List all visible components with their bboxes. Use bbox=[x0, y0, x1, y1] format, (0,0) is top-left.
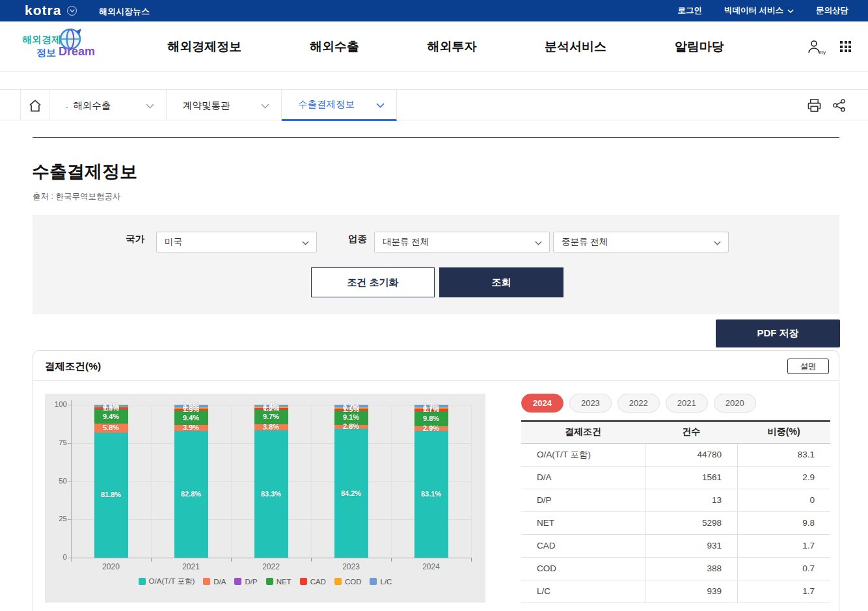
legend-swatch bbox=[266, 578, 273, 585]
bar-value-label: 1.1% bbox=[94, 401, 128, 410]
table-cell: L/C bbox=[521, 580, 645, 603]
bar-value-label: 1.6% bbox=[174, 401, 208, 410]
table-cell: COD bbox=[521, 557, 645, 580]
table-row: NET52989.8 bbox=[521, 511, 830, 534]
page-title: 수출결제정보 bbox=[32, 160, 137, 183]
year-tabs: 20242023202220212020 bbox=[521, 394, 756, 413]
country-label: 국가 bbox=[126, 233, 144, 245]
bar-value-label: 83.3% bbox=[254, 490, 288, 498]
bar-value-label: 83.1% bbox=[414, 490, 448, 498]
print-icon[interactable] bbox=[807, 99, 821, 112]
table-cell: 0.7 bbox=[738, 557, 831, 580]
my-page-icon[interactable]: my bbox=[807, 40, 824, 54]
nav-item-3[interactable]: 해외투자 bbox=[427, 38, 476, 55]
bigdata-service-link[interactable]: 빅데이터 서비스 bbox=[724, 5, 794, 16]
industry-mid-select[interactable]: 중분류 전체 bbox=[553, 232, 729, 252]
chevron-down-icon bbox=[302, 238, 309, 247]
nav-item-4[interactable]: 분석서비스 bbox=[545, 38, 606, 55]
bar-value-label: 81.8% bbox=[94, 491, 128, 499]
breadcrumb-item-2[interactable]: 계약및통관 bbox=[167, 90, 282, 121]
table-header-1: 결제조건 bbox=[521, 421, 645, 443]
bar-value-label: 9.4% bbox=[94, 413, 128, 421]
bar-value-label: 2.9% bbox=[414, 424, 448, 433]
pdf-save-button[interactable]: PDF 저장 bbox=[716, 319, 840, 347]
chart-legend: O/A(T/T 포함)D/AD/PNETCADCODL/C bbox=[45, 577, 485, 586]
card-title: 결제조건(%) bbox=[45, 360, 101, 373]
table-row: L/C9391.7 bbox=[521, 580, 830, 603]
chart-bar-2024: 83.1%2.9%9.8%1.7%0.7%1.7% bbox=[414, 405, 448, 558]
bar-value-label: 5.8% bbox=[94, 424, 128, 432]
bar-value-label: 2.8% bbox=[334, 422, 368, 431]
y-axis-label: 75 bbox=[46, 439, 67, 446]
kotra-chevron-circle-icon[interactable] bbox=[67, 6, 77, 16]
nav-item-5[interactable]: 알림마당 bbox=[675, 38, 724, 55]
breadcrumb: .해외수출계약및통관수출결제정보 bbox=[20, 90, 397, 121]
reset-conditions-button[interactable]: 조건 초기화 bbox=[311, 267, 435, 297]
industry-major-value: 대분류 전체 bbox=[383, 236, 429, 248]
home-icon[interactable] bbox=[21, 90, 49, 121]
topbar-links: 로그인 빅데이터 서비스 문의상담 bbox=[678, 0, 848, 21]
chevron-down-icon bbox=[146, 100, 154, 111]
bar-value-label: 9.1% bbox=[334, 413, 368, 422]
kotra-logo[interactable]: kotra bbox=[25, 3, 61, 18]
breadcrumb-item-1[interactable]: .해외수출 bbox=[49, 90, 167, 121]
table-cell: D/P bbox=[521, 489, 645, 511]
table-header-3: 비중(%) bbox=[738, 421, 831, 443]
logo-text-line2: 정보 bbox=[36, 47, 56, 59]
nav-utility-icons: my bbox=[807, 21, 851, 72]
bar-value-label: 9.8% bbox=[414, 414, 448, 423]
overseas-market-news-link[interactable]: 해외시장뉴스 bbox=[99, 6, 150, 18]
legend-swatch bbox=[334, 578, 342, 585]
table-cell: 83.1 bbox=[738, 443, 831, 466]
breadcrumb-bar: .해외수출계약및통관수출결제정보 bbox=[0, 89, 868, 120]
legend-item: O/A(T/T 포함) bbox=[139, 577, 195, 586]
my-label: my bbox=[819, 49, 826, 55]
country-select[interactable]: 미국 bbox=[156, 232, 317, 252]
explain-button[interactable]: 설명 bbox=[787, 359, 829, 374]
y-axis-line bbox=[71, 400, 72, 562]
x-axis-label: 2024 bbox=[391, 562, 471, 571]
y-axis-label: 0 bbox=[46, 553, 67, 561]
x-axis-label: 2020 bbox=[71, 562, 151, 571]
site-logo[interactable]: 해외경제 정보 Dream bbox=[22, 30, 107, 64]
chart-bar-2020: 81.8%5.8%9.4%1.3%0.6%1.1% bbox=[94, 405, 128, 558]
nav-item-1[interactable]: 해외경제정보 bbox=[167, 38, 241, 55]
table-cell: 388 bbox=[645, 557, 738, 580]
year-tab-2023[interactable]: 2023 bbox=[569, 394, 612, 413]
industry-label: 업종 bbox=[348, 233, 367, 245]
table-cell: 2.9 bbox=[738, 466, 831, 489]
breadcrumb-dot: . bbox=[66, 101, 68, 110]
data-source-text: 출처 : 한국무역보험공사 bbox=[33, 191, 120, 202]
table-row: D/A15612.9 bbox=[521, 466, 830, 489]
breadcrumb-item-3[interactable]: 수출결제정보 bbox=[282, 90, 397, 121]
table-row: O/A(T/T 포함)4478083.1 bbox=[521, 443, 830, 466]
industry-major-select[interactable]: 대분류 전체 bbox=[374, 232, 550, 252]
all-menu-grid-icon[interactable] bbox=[840, 41, 851, 52]
chart-gridline-horizontal bbox=[71, 558, 471, 558]
year-tab-2020[interactable]: 2020 bbox=[714, 394, 756, 413]
search-button[interactable]: 조회 bbox=[439, 267, 563, 297]
bar-value-label: 84.2% bbox=[334, 489, 368, 498]
year-tab-2021[interactable]: 2021 bbox=[666, 394, 708, 413]
table-cell: 5298 bbox=[645, 511, 738, 534]
legend-item: D/P bbox=[234, 578, 257, 586]
y-axis-label: 100 bbox=[46, 400, 67, 408]
chart-bar-2022: 83.3%3.8%9.7%1.2%0.6%1.4% bbox=[254, 405, 288, 558]
legend-label: COD bbox=[345, 578, 362, 586]
stacked-bar-chart: 025507510081.8%5.8%9.4%1.3%0.6%1.1%20208… bbox=[45, 394, 485, 603]
contact-link[interactable]: 문의상담 bbox=[816, 5, 848, 16]
year-tab-2024[interactable]: 2024 bbox=[521, 394, 563, 413]
year-tab-2022[interactable]: 2022 bbox=[617, 394, 660, 413]
bar-value-label: 9.4% bbox=[174, 414, 208, 422]
main-menu: 해외경제정보해외수출해외투자분석서비스알림마당 bbox=[133, 21, 758, 72]
title-divider bbox=[33, 137, 839, 138]
x-axis-tick bbox=[471, 558, 472, 562]
table-cell: 0 bbox=[738, 489, 831, 511]
table-cell: NET bbox=[521, 511, 645, 534]
share-icon[interactable] bbox=[833, 99, 846, 112]
login-link[interactable]: 로그인 bbox=[678, 5, 703, 16]
legend-swatch bbox=[234, 578, 241, 585]
table-cell: 1.7 bbox=[738, 534, 831, 557]
chart-gridline-vertical bbox=[471, 405, 472, 558]
nav-item-2[interactable]: 해외수출 bbox=[310, 38, 359, 55]
